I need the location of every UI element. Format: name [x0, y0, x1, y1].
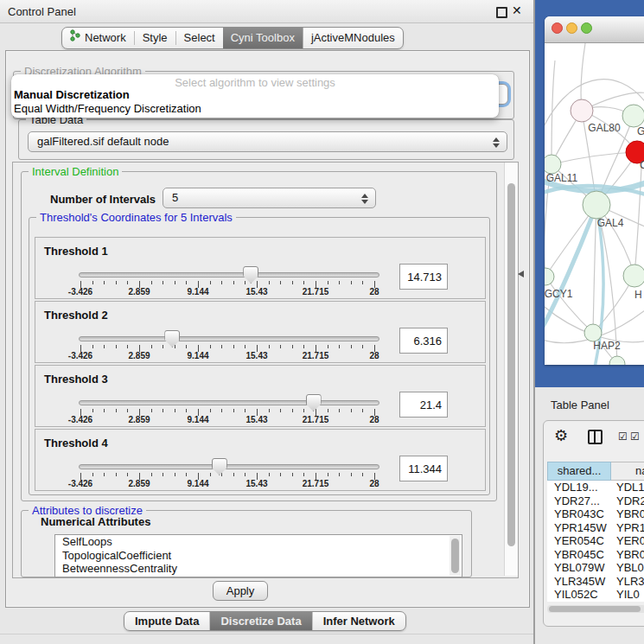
tab-select[interactable]: Select	[176, 28, 223, 48]
settings-scrollbar[interactable]	[504, 163, 518, 576]
table-row[interactable]: YBR043CYBR0	[547, 507, 644, 521]
panel-title: Control Panel	[8, 5, 76, 18]
cell-shared-name[interactable]: YER054C	[547, 534, 611, 547]
table-row[interactable]: YDR27...YDR2	[547, 494, 644, 508]
table-row[interactable]: YDL19...YDL1	[547, 481, 644, 494]
table-row[interactable]: YLR345WYLR3	[547, 575, 644, 589]
table-row[interactable]: YBR045CYBR0	[547, 548, 644, 562]
cell-name[interactable]: YPR1	[611, 521, 644, 534]
minor-tick	[210, 281, 211, 284]
network-edge[interactable]	[593, 205, 596, 333]
cell-shared-name[interactable]: YLR345W	[547, 575, 611, 588]
attribute-list-item[interactable]: BetweennessCentrality	[55, 562, 462, 576]
minor-tick	[186, 345, 187, 348]
column-header-name[interactable]: na	[611, 462, 644, 481]
threshold-value-field[interactable]: 11.344	[399, 456, 448, 481]
float-window-icon[interactable]	[496, 7, 507, 18]
zoom-traffic-light-icon[interactable]	[581, 22, 592, 34]
list-scrollbar-thumb[interactable]	[451, 539, 459, 573]
node-top-right[interactable]	[622, 105, 644, 127]
checkbox-icon[interactable]: ☑	[618, 430, 628, 443]
threshold-value-field[interactable]: 14.713	[399, 264, 448, 290]
apply-button[interactable]: Apply	[213, 581, 268, 601]
tab-network[interactable]: Network	[62, 28, 134, 48]
minor-tick	[351, 281, 352, 284]
minor-tick	[303, 281, 304, 284]
checkbox-icon[interactable]: ☑	[630, 430, 640, 443]
cell-shared-name[interactable]: YIL052C	[547, 588, 611, 601]
GAL11-node[interactable]	[545, 155, 561, 174]
tab-style[interactable]: Style	[135, 28, 175, 48]
cell-name[interactable]: YER0	[611, 534, 644, 547]
attribute-list-item[interactable]: TopologicalCoefficient	[55, 549, 462, 563]
cell-shared-name[interactable]: YBR045C	[547, 548, 611, 561]
table-hscrollbar[interactable]	[547, 605, 644, 613]
cell-shared-name[interactable]: YPR145W	[547, 521, 611, 534]
cell-name[interactable]: YLR3	[611, 575, 644, 588]
slider-track[interactable]	[79, 272, 379, 277]
table-panel: ⚙ ☑ ☑ shared... na YDL19...YDL1YDR27...Y…	[543, 420, 644, 627]
tab-jactivemnodules[interactable]: jActiveMNodules	[303, 28, 403, 48]
threshold-panel: Threshold 1-3.4262.8599.14415.4321.71528…	[35, 237, 486, 299]
list-scrollbar[interactable]	[450, 536, 461, 576]
tab-cyni-toolbox[interactable]: Cyni Toolbox	[223, 28, 303, 48]
node-table[interactable]: YDL19...YDL1YDR27...YDR2YBR043CYBR0YPR14…	[547, 481, 644, 602]
slider-thumb[interactable]	[164, 330, 180, 348]
settings-scrollbar-thumb[interactable]	[507, 183, 515, 546]
slider-thumb[interactable]	[212, 458, 227, 475]
network-edge[interactable]	[552, 61, 555, 164]
tab-infer-network[interactable]: Infer Network	[312, 612, 405, 630]
H-node[interactable]	[623, 265, 644, 287]
threshold-panel: Threshold 3-3.4262.8599.14415.4321.71528…	[35, 365, 486, 427]
threshold-panel: Threshold 4-3.4262.8599.14415.4321.71528…	[35, 429, 486, 491]
table-row[interactable]: YIL052CYIL0	[547, 588, 644, 602]
numerical-attributes-list[interactable]: SelfLoopsTopologicalCoefficientBetweenne…	[54, 534, 462, 577]
cell-name[interactable]: YDL1	[611, 481, 644, 494]
table-row[interactable]: YPR145WYPR1	[547, 521, 644, 535]
table-row[interactable]: YER054CYER0	[547, 534, 644, 548]
tab-impute-data[interactable]: Impute Data	[124, 612, 209, 630]
threshold-value-field[interactable]: 6.316	[399, 328, 448, 354]
tick-label: 15.43	[235, 287, 278, 296]
table-hscrollbar-thumb[interactable]	[549, 606, 641, 612]
cell-name[interactable]: YIL0	[611, 588, 640, 601]
cell-shared-name[interactable]: YBR043C	[547, 507, 611, 520]
tab-discretize-data[interactable]: Discretize Data	[209, 612, 311, 630]
algorithm-option-manual[interactable]: Manual Discretization	[14, 88, 130, 101]
threshold-label: Threshold 2	[44, 309, 108, 322]
cell-shared-name[interactable]: YBL079W	[547, 561, 611, 574]
GCY1-node[interactable]	[545, 268, 554, 285]
minor-tick	[92, 473, 93, 476]
slider-thumb[interactable]	[306, 394, 322, 411]
network-edge[interactable]	[552, 152, 637, 164]
slider-track[interactable]	[79, 464, 379, 469]
cell-shared-name[interactable]: YDL19...	[547, 481, 611, 494]
column-header-shared-name[interactable]: shared...	[547, 462, 611, 481]
cell-name[interactable]: YBR0	[611, 548, 644, 561]
GAL4-node[interactable]	[583, 191, 610, 219]
cell-name[interactable]: YDR2	[611, 494, 644, 507]
gear-icon[interactable]: ⚙	[554, 426, 568, 445]
HAP2-node[interactable]	[584, 324, 602, 341]
number-of-intervals-combo[interactable]: 5	[163, 188, 376, 208]
GAL80-node[interactable]	[571, 99, 593, 122]
network-window-titlebar[interactable]	[545, 16, 644, 43]
close-traffic-light-icon[interactable]	[552, 22, 563, 34]
cell-name[interactable]: YBR0	[611, 507, 644, 520]
table-data-combo[interactable]: galFiltered.sif default node	[28, 131, 507, 152]
close-icon[interactable]: ✕	[512, 3, 522, 17]
attribute-list-item[interactable]: SelfLoops	[55, 535, 462, 549]
cell-shared-name[interactable]: YDR27...	[547, 494, 611, 507]
minimize-traffic-light-icon[interactable]	[566, 22, 577, 34]
minor-tick	[245, 473, 245, 476]
node-label: GAL80	[588, 122, 621, 134]
network-canvas[interactable]: GAL80GAL11GAL4GCY1HAP2HGC	[545, 43, 644, 365]
algorithm-option-equal-width[interactable]: Equal Width/Frequency Discretization	[14, 102, 201, 115]
table-row[interactable]: YBL079WYBL0	[547, 561, 644, 575]
threshold-value-field[interactable]: 21.4	[399, 392, 448, 418]
columns-icon[interactable]	[588, 430, 603, 444]
network-view-window[interactable]: GAL80GAL11GAL4GCY1HAP2HGC	[545, 16, 644, 365]
cell-name[interactable]: YBL0	[611, 561, 644, 574]
slider-track[interactable]	[79, 336, 379, 341]
slider-track[interactable]	[79, 400, 379, 405]
